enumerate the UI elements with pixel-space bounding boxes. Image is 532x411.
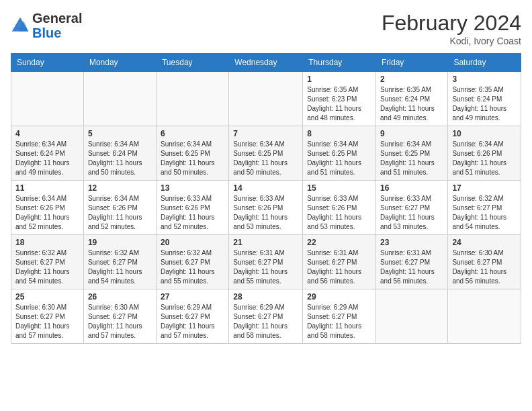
day-info: Sunrise: 6:34 AM Sunset: 6:26 PM Dayligh…: [15, 194, 79, 232]
title-block: February 2024 Kodi, Ivory Coast: [382, 11, 521, 46]
day-number: 15: [307, 183, 371, 193]
day-number: 10: [452, 129, 517, 138]
day-number: 16: [380, 183, 443, 193]
day-info: Sunrise: 6:29 AM Sunset: 6:27 PM Dayligh…: [307, 303, 371, 340]
logo: General Blue: [11, 11, 82, 40]
calendar-cell: 25Sunrise: 6:30 AM Sunset: 6:27 PM Dayli…: [11, 289, 84, 344]
day-info: Sunrise: 6:34 AM Sunset: 6:26 PM Dayligh…: [88, 194, 152, 232]
day-info: Sunrise: 6:31 AM Sunset: 6:27 PM Dayligh…: [307, 248, 371, 286]
day-info: Sunrise: 6:34 AM Sunset: 6:24 PM Dayligh…: [88, 140, 152, 177]
calendar-cell: 29Sunrise: 6:29 AM Sunset: 6:27 PM Dayli…: [303, 289, 376, 344]
day-number: 4: [15, 129, 79, 138]
day-info: Sunrise: 6:30 AM Sunset: 6:27 PM Dayligh…: [452, 248, 517, 286]
calendar-cell: 6Sunrise: 6:34 AM Sunset: 6:25 PM Daylig…: [156, 126, 228, 181]
day-number: 22: [307, 238, 371, 247]
calendar-cell: [156, 72, 228, 126]
location-subtitle: Kodi, Ivory Coast: [382, 36, 521, 46]
day-number: 19: [88, 238, 152, 247]
calendar-cell: 2Sunrise: 6:35 AM Sunset: 6:24 PM Daylig…: [376, 72, 448, 126]
day-info: Sunrise: 6:33 AM Sunset: 6:26 PM Dayligh…: [307, 194, 371, 232]
calendar-cell: 14Sunrise: 6:33 AM Sunset: 6:26 PM Dayli…: [229, 181, 303, 235]
day-info: Sunrise: 6:35 AM Sunset: 6:24 PM Dayligh…: [452, 85, 517, 123]
day-info: Sunrise: 6:31 AM Sunset: 6:27 PM Dayligh…: [233, 248, 298, 286]
weekday-header-sunday: Sunday: [11, 54, 84, 72]
calendar-cell: 10Sunrise: 6:34 AM Sunset: 6:26 PM Dayli…: [448, 126, 521, 181]
calendar-cell: 3Sunrise: 6:35 AM Sunset: 6:24 PM Daylig…: [448, 72, 521, 126]
day-info: Sunrise: 6:29 AM Sunset: 6:27 PM Dayligh…: [233, 303, 298, 340]
day-info: Sunrise: 6:34 AM Sunset: 6:25 PM Dayligh…: [233, 140, 298, 177]
day-info: Sunrise: 6:35 AM Sunset: 6:23 PM Dayligh…: [307, 85, 371, 123]
calendar-week-row: 11Sunrise: 6:34 AM Sunset: 6:26 PM Dayli…: [11, 181, 521, 235]
day-info: Sunrise: 6:32 AM Sunset: 6:27 PM Dayligh…: [161, 248, 224, 286]
day-info: Sunrise: 6:32 AM Sunset: 6:27 PM Dayligh…: [452, 194, 517, 232]
calendar-cell: 18Sunrise: 6:32 AM Sunset: 6:27 PM Dayli…: [11, 235, 84, 289]
calendar-cell: 15Sunrise: 6:33 AM Sunset: 6:26 PM Dayli…: [303, 181, 376, 235]
calendar-cell: 12Sunrise: 6:34 AM Sunset: 6:26 PM Dayli…: [83, 181, 156, 235]
day-number: 13: [161, 183, 224, 193]
calendar-cell: [448, 289, 521, 344]
day-number: 28: [233, 292, 298, 302]
calendar-cell: [11, 72, 84, 126]
calendar-cell: 4Sunrise: 6:34 AM Sunset: 6:24 PM Daylig…: [11, 126, 84, 181]
calendar-cell: 24Sunrise: 6:30 AM Sunset: 6:27 PM Dayli…: [448, 235, 521, 289]
weekday-header-wednesday: Wednesday: [229, 54, 303, 72]
calendar-cell: 5Sunrise: 6:34 AM Sunset: 6:24 PM Daylig…: [83, 126, 156, 181]
day-number: 23: [380, 238, 443, 247]
calendar-cell: 16Sunrise: 6:33 AM Sunset: 6:27 PM Dayli…: [376, 181, 448, 235]
day-number: 14: [233, 183, 298, 193]
day-info: Sunrise: 6:30 AM Sunset: 6:27 PM Dayligh…: [88, 303, 152, 340]
weekday-header-friday: Friday: [376, 54, 448, 72]
day-info: Sunrise: 6:33 AM Sunset: 6:26 PM Dayligh…: [233, 194, 298, 232]
day-info: Sunrise: 6:30 AM Sunset: 6:27 PM Dayligh…: [15, 303, 79, 340]
logo-general-text: General: [32, 11, 82, 26]
day-info: Sunrise: 6:33 AM Sunset: 6:27 PM Dayligh…: [380, 194, 443, 232]
day-info: Sunrise: 6:32 AM Sunset: 6:27 PM Dayligh…: [15, 248, 79, 286]
calendar-cell: 8Sunrise: 6:34 AM Sunset: 6:25 PM Daylig…: [303, 126, 376, 181]
calendar-cell: 22Sunrise: 6:31 AM Sunset: 6:27 PM Dayli…: [303, 235, 376, 289]
logo-icon: [11, 16, 30, 35]
weekday-header-monday: Monday: [83, 54, 156, 72]
day-info: Sunrise: 6:35 AM Sunset: 6:24 PM Dayligh…: [380, 85, 443, 123]
day-number: 8: [307, 129, 371, 138]
day-number: 17: [452, 183, 517, 193]
month-year-title: February 2024: [382, 11, 521, 36]
calendar-cell: [376, 289, 448, 344]
day-number: 9: [380, 129, 443, 138]
day-number: 29: [307, 292, 371, 302]
calendar-cell: 9Sunrise: 6:34 AM Sunset: 6:25 PM Daylig…: [376, 126, 448, 181]
calendar-cell: 17Sunrise: 6:32 AM Sunset: 6:27 PM Dayli…: [448, 181, 521, 235]
day-info: Sunrise: 6:34 AM Sunset: 6:24 PM Dayligh…: [15, 140, 79, 177]
day-number: 26: [88, 292, 152, 302]
logo-blue-text: Blue: [32, 26, 61, 40]
calendar-cell: 28Sunrise: 6:29 AM Sunset: 6:27 PM Dayli…: [229, 289, 303, 344]
day-number: 2: [380, 75, 443, 84]
calendar-cell: 7Sunrise: 6:34 AM Sunset: 6:25 PM Daylig…: [229, 126, 303, 181]
calendar-cell: 13Sunrise: 6:33 AM Sunset: 6:26 PM Dayli…: [156, 181, 228, 235]
calendar-cell: 1Sunrise: 6:35 AM Sunset: 6:23 PM Daylig…: [303, 72, 376, 126]
calendar-week-row: 25Sunrise: 6:30 AM Sunset: 6:27 PM Dayli…: [11, 289, 521, 344]
calendar-week-row: 1Sunrise: 6:35 AM Sunset: 6:23 PM Daylig…: [11, 72, 521, 126]
calendar-cell: 20Sunrise: 6:32 AM Sunset: 6:27 PM Dayli…: [156, 235, 228, 289]
day-number: 7: [233, 129, 298, 138]
weekday-header-saturday: Saturday: [448, 54, 521, 72]
calendar-cell: 26Sunrise: 6:30 AM Sunset: 6:27 PM Dayli…: [83, 289, 156, 344]
calendar-cell: [83, 72, 156, 126]
calendar-week-row: 18Sunrise: 6:32 AM Sunset: 6:27 PM Dayli…: [11, 235, 521, 289]
day-number: 20: [161, 238, 224, 247]
day-number: 12: [88, 183, 152, 193]
day-number: 27: [161, 292, 224, 302]
day-number: 5: [88, 129, 152, 138]
page-header: General Blue February 2024 Kodi, Ivory C…: [11, 11, 521, 46]
calendar-cell: 21Sunrise: 6:31 AM Sunset: 6:27 PM Dayli…: [229, 235, 303, 289]
weekday-header-thursday: Thursday: [303, 54, 376, 72]
day-number: 3: [452, 75, 517, 84]
day-info: Sunrise: 6:33 AM Sunset: 6:26 PM Dayligh…: [161, 194, 224, 232]
day-info: Sunrise: 6:31 AM Sunset: 6:27 PM Dayligh…: [380, 248, 443, 286]
day-info: Sunrise: 6:29 AM Sunset: 6:27 PM Dayligh…: [161, 303, 224, 340]
day-number: 21: [233, 238, 298, 247]
day-number: 6: [161, 129, 224, 138]
day-info: Sunrise: 6:34 AM Sunset: 6:25 PM Dayligh…: [380, 140, 443, 177]
day-number: 24: [452, 238, 517, 247]
day-number: 18: [15, 238, 79, 247]
calendar-cell: 27Sunrise: 6:29 AM Sunset: 6:27 PM Dayli…: [156, 289, 228, 344]
